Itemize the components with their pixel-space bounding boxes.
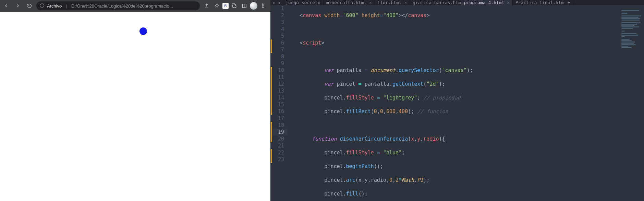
tab-label: juego_secreto (285, 0, 320, 5)
line-number: 3 (272, 19, 284, 26)
new-tab-button[interactable]: + (564, 0, 574, 5)
svg-rect-0 (243, 4, 246, 8)
line-number: 9 (272, 60, 284, 67)
editor-body[interactable]: 1234567891011121314151617181920212223 <c… (270, 5, 644, 201)
avatar[interactable] (250, 2, 257, 10)
tab-label: Practica_final.html (515, 0, 564, 5)
address-separator: | (66, 3, 67, 9)
line-number: 2 (272, 12, 284, 19)
line-number: 23 (272, 156, 284, 163)
code-area[interactable]: <canvas width="600" height="400"></canva… (288, 5, 644, 201)
address-bar[interactable]: ⓘ Archivo | D:/One%20Oracle/Logica%20de%… (36, 1, 200, 10)
line-number: 11 (272, 74, 284, 81)
tab-label: grafica_barras.html (413, 0, 461, 5)
line-number-gutter: 1234567891011121314151617181920212223 (272, 5, 288, 201)
line-number: 15 (272, 101, 284, 108)
svg-point-2 (263, 4, 264, 5)
line-number: 12 (272, 81, 284, 87)
bookmark-icon[interactable] (212, 1, 222, 11)
close-icon[interactable]: × (369, 0, 372, 5)
editor-tabbar: ◂ ▸ juego_secreto minecrafth.html × flor… (270, 0, 644, 5)
line-number: 5 (272, 33, 284, 39)
line-number: 19 (272, 129, 288, 135)
tab-flor[interactable]: flor.html × (375, 0, 410, 5)
browser-window: ⓘ Archivo | D:/One%20Oracle/Logica%20de%… (0, 0, 270, 201)
line-number: 6 (272, 39, 284, 46)
tab-label: programa_4.html (464, 0, 504, 5)
tab-nav-right-icon[interactable]: ▸ (277, 0, 283, 5)
line-number: 1 (272, 5, 284, 12)
line-number: 4 (272, 26, 284, 33)
line-number: 8 (272, 53, 284, 60)
line-number: 17 (272, 115, 284, 122)
tab-practica-final[interactable]: Practica_final.html × (513, 0, 564, 5)
browser-viewport (0, 12, 270, 201)
close-icon[interactable]: × (507, 0, 509, 5)
line-number: 20 (272, 135, 284, 142)
line-number: 16 (272, 108, 284, 115)
tab-label: minecrafth.html (326, 0, 366, 5)
line-number: 7 (272, 46, 284, 53)
code-editor-window: ◂ ▸ juego_secreto minecrafth.html × flor… (270, 0, 644, 201)
extensions-icon[interactable] (229, 1, 239, 11)
tab-juego-secreto[interactable]: juego_secreto (283, 0, 324, 5)
address-url: D:/One%20Oracle/Logica%20de%20programaci… (71, 3, 173, 9)
line-number: 14 (272, 94, 284, 101)
tab-label: flor.html (377, 0, 401, 5)
info-icon: ⓘ (40, 3, 44, 9)
reload-icon[interactable] (25, 1, 34, 11)
tab-nav-left-icon[interactable]: ◂ (270, 0, 277, 5)
svg-point-3 (263, 5, 264, 7)
forward-icon[interactable] (13, 1, 23, 11)
line-number: 18 (272, 122, 284, 129)
address-label: Archivo (47, 3, 62, 9)
close-icon[interactable]: × (404, 0, 407, 5)
rendered-circle (139, 27, 147, 35)
line-number: 21 (272, 142, 284, 149)
tab-minecrafth[interactable]: minecrafth.html × (324, 0, 375, 5)
line-number: 22 (272, 149, 284, 156)
back-icon[interactable] (1, 1, 11, 11)
browser-toolbar: ⓘ Archivo | D:/One%20Oracle/Logica%20de%… (0, 0, 270, 12)
panel-icon[interactable] (240, 1, 249, 11)
line-number: 13 (272, 87, 284, 94)
tab-programa-4[interactable]: programa_4.html × (461, 0, 513, 5)
line-number: 10 (272, 67, 284, 74)
svg-point-4 (263, 7, 264, 8)
translate-icon[interactable]: B (222, 3, 229, 9)
menu-icon[interactable] (258, 1, 268, 11)
share-icon[interactable] (202, 1, 211, 11)
minimap[interactable] (620, 10, 644, 201)
tab-grafica-barras[interactable]: grafica_barras.html × (410, 0, 461, 5)
